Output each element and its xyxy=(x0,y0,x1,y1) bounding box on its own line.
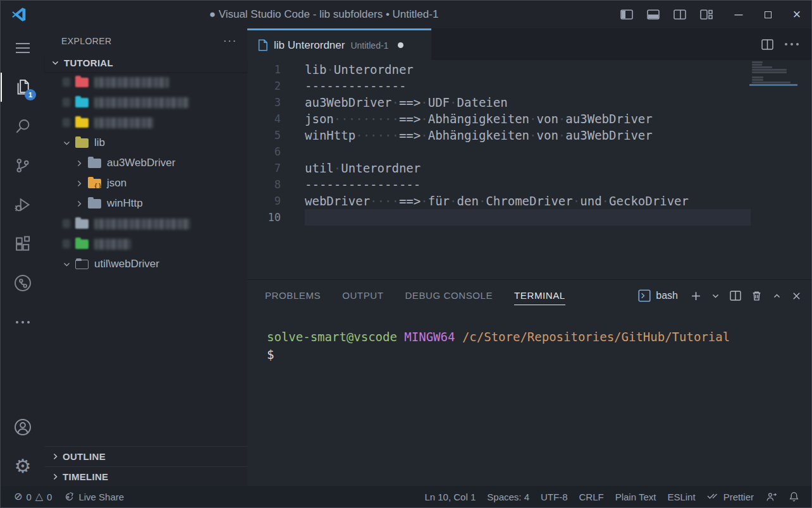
folder-icon xyxy=(75,219,89,229)
minimap[interactable] xyxy=(752,61,797,87)
editor-line-8[interactable]: 8---------------- xyxy=(247,176,811,193)
panel-tab-problems[interactable]: PROBLEMS xyxy=(265,286,321,305)
modified-dot-icon[interactable] xyxy=(398,42,403,48)
editor-line-10[interactable]: 10 xyxy=(247,209,811,226)
line-content: ---------------- xyxy=(305,176,751,193)
settings-gear-icon[interactable]: ⚙ xyxy=(1,447,45,486)
editor-more-actions-icon[interactable] xyxy=(785,43,799,45)
tab-lib-unterordner[interactable]: lib Unterordner Untitled-1 xyxy=(247,28,431,60)
close-button[interactable]: × xyxy=(782,1,811,28)
prompt-segment: MINGW64 xyxy=(404,330,455,344)
tree-item-util-webDriver[interactable]: util\webDriver xyxy=(45,254,247,274)
split-terminal-icon[interactable] xyxy=(730,291,741,301)
status-eol[interactable]: CRLF xyxy=(574,492,610,502)
editor-line-9[interactable]: 9webDriver····==>·für·den·ChromeDriver·u… xyxy=(247,193,811,209)
terminal-input-line[interactable]: $ xyxy=(267,346,811,363)
status-language-mode[interactable]: Plain Text xyxy=(610,492,662,502)
more-views-icon[interactable] xyxy=(1,303,45,342)
status-eslint[interactable]: ESLint xyxy=(661,492,701,502)
launch-profile-chevron-icon[interactable] xyxy=(711,292,720,300)
terminal-shell-picker[interactable]: bash xyxy=(638,289,678,302)
tree-item-label: winHttp xyxy=(107,197,143,210)
line-content: winHttp······==>·Abhängigkeiten·von·au3W… xyxy=(305,127,751,143)
outline-section[interactable]: OUTLINE xyxy=(45,447,247,466)
maximize-button[interactable] xyxy=(753,1,782,28)
gitlens-icon[interactable] xyxy=(1,263,45,303)
close-panel-icon[interactable] xyxy=(792,291,801,301)
status-label: Spaces: 4 xyxy=(487,492,529,502)
line-content: au3WebDriver·==>·UDF·Dateien xyxy=(305,94,751,111)
search-icon[interactable] xyxy=(1,107,45,146)
redacted-folder-1[interactable] xyxy=(45,72,247,92)
line-content: json·········==>·Abhängigkeiten·von·au3W… xyxy=(305,111,751,127)
explorer-badge: 1 xyxy=(25,89,36,100)
problems-status[interactable]: ⊘ 0 △ 0 xyxy=(8,492,58,502)
toggle-secondary-sidebar-icon[interactable] xyxy=(674,9,686,20)
tree-item-label: util\webDriver xyxy=(94,258,159,270)
warning-count: 0 xyxy=(47,492,52,502)
panel-tab-debug-console[interactable]: DEBUG CONSOLE xyxy=(405,286,493,305)
split-editor-icon[interactable] xyxy=(761,39,773,50)
live-share-status[interactable]: Live Share xyxy=(58,492,130,502)
notifications-bell-icon[interactable] xyxy=(783,491,805,502)
status-cursor-position[interactable]: Ln 10, Col 1 xyxy=(419,492,481,502)
editor-line-1[interactable]: 1lib·Unterordner xyxy=(247,61,811,78)
tree-item-json[interactable]: json xyxy=(45,173,247,193)
toggle-panel-icon[interactable] xyxy=(647,9,660,20)
live-share-icon xyxy=(63,492,75,502)
tree-item-label: au3WebDriver xyxy=(107,157,175,169)
status-prettier[interactable]: Prettier xyxy=(701,491,760,502)
chevron-right-icon xyxy=(74,198,84,209)
editor-line-7[interactable]: 7util·Unterordner xyxy=(247,160,811,176)
outline-label: OUTLINE xyxy=(63,451,106,462)
redacted-folder-5[interactable] xyxy=(45,234,247,254)
line-number: 2 xyxy=(247,78,281,94)
tab-label: lib Unterordner xyxy=(274,39,345,52)
folder-icon xyxy=(75,138,89,148)
chevron-down-icon xyxy=(50,58,60,68)
editor-line-4[interactable]: 4json·········==>·Abhängigkeiten·von·au3… xyxy=(247,111,811,127)
editor-line-2[interactable]: 2-------------- xyxy=(247,78,811,94)
status-label: UTF-8 xyxy=(541,492,568,502)
tree-item-winHttp[interactable]: winHttp xyxy=(45,193,247,214)
editor-line-6[interactable]: 6 xyxy=(247,143,811,160)
status-indentation[interactable]: Spaces: 4 xyxy=(481,492,535,502)
folder-icon xyxy=(88,159,101,168)
prompt-segment: solve-smart@vscode xyxy=(267,330,397,344)
line-content: lib·Unterordner xyxy=(305,61,751,78)
kill-terminal-trash-icon[interactable] xyxy=(751,290,762,301)
account-icon[interactable] xyxy=(1,408,45,447)
redacted-folder-2[interactable] xyxy=(45,92,247,112)
folder-section-tutorial[interactable]: TUTORIAL xyxy=(45,54,247,72)
run-debug-icon[interactable] xyxy=(1,185,45,224)
new-terminal-icon[interactable] xyxy=(691,291,701,301)
toggle-sidebar-icon[interactable] xyxy=(620,9,633,20)
feedback-icon[interactable] xyxy=(760,492,783,502)
timeline-section[interactable]: TIMELINE xyxy=(45,466,247,486)
tree-item-au3WebDriver[interactable]: au3WebDriver xyxy=(45,153,247,173)
code-editor[interactable]: 1lib·Unterordner2--------------3au3WebDr… xyxy=(247,60,811,279)
status-encoding[interactable]: UTF-8 xyxy=(535,492,574,502)
editor-line-3[interactable]: 3au3WebDriver·==>·UDF·Dateien xyxy=(247,94,811,111)
redacted-folder-4[interactable] xyxy=(45,214,247,234)
terminal-output[interactable]: solve-smart@vscode MINGW64 /c/Store/Repo… xyxy=(247,311,811,486)
extensions-icon[interactable] xyxy=(1,224,45,263)
sidebar-more-actions-icon[interactable]: ··· xyxy=(223,35,237,47)
prompt-segment: /c/Store/Repositories/GitHub/Tutorial xyxy=(462,330,730,344)
maximize-panel-chevron-icon[interactable] xyxy=(772,292,782,300)
chevron-right-icon xyxy=(50,452,60,462)
tree-item-lib[interactable]: lib xyxy=(45,133,247,153)
redacted-folder-3[interactable] xyxy=(45,112,247,133)
panel-tab-output[interactable]: OUTPUT xyxy=(342,286,383,305)
panel-tab-terminal[interactable]: TERMINAL xyxy=(514,286,565,305)
tab-description: Untitled-1 xyxy=(350,40,388,51)
editor-line-5[interactable]: 5winHttp······==>·Abhängigkeiten·von·au3… xyxy=(247,127,811,143)
source-control-icon[interactable] xyxy=(1,146,45,185)
explorer-icon[interactable]: 1 xyxy=(1,68,45,107)
redacted-chevron xyxy=(61,118,71,128)
minimize-button[interactable]: ─ xyxy=(724,1,753,28)
redacted-label xyxy=(94,97,189,108)
chevron-right-icon xyxy=(50,471,60,481)
customize-layout-icon[interactable] xyxy=(700,9,713,20)
menu-icon[interactable] xyxy=(1,28,45,68)
